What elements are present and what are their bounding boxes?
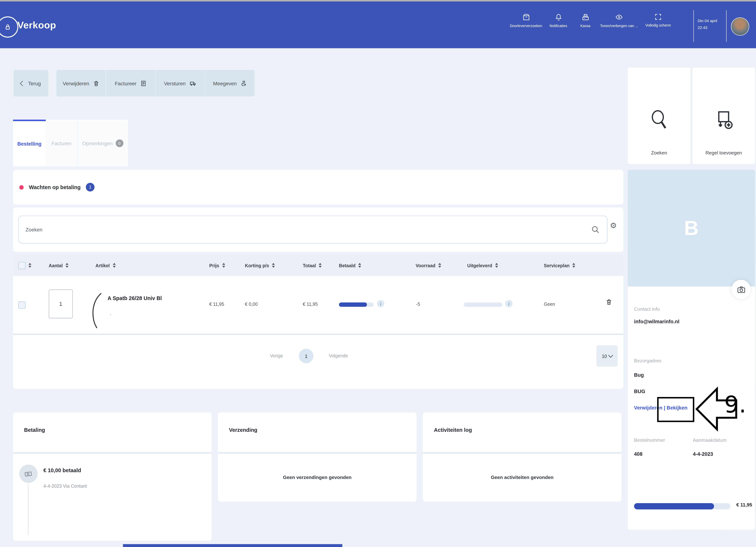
- header-nav: Doorleververzoeken Notificaties Kassa: [507, 13, 677, 28]
- activity-log-title: Activiteiten log: [434, 427, 472, 433]
- window-top-strip: [0, 0, 756, 1]
- fullscreen-icon: [654, 13, 662, 21]
- nav-doorleververzoeken[interactable]: Doorleververzoeken: [507, 13, 545, 28]
- invoice-icon: [140, 80, 147, 87]
- info-icon[interactable]: i: [377, 300, 384, 307]
- camera-icon: [737, 286, 745, 293]
- page-size-select[interactable]: 10: [596, 345, 618, 367]
- sort-icon: [28, 263, 31, 267]
- sort-icon: [66, 263, 69, 267]
- column-serviceplan[interactable]: Serviceplan: [544, 255, 575, 276]
- opmerkingen-count-badge: 0: [116, 139, 123, 147]
- package-icon: [522, 13, 530, 21]
- money-icon: [24, 470, 33, 478]
- order-number-value: 408: [634, 451, 643, 457]
- stock-value: -5: [416, 302, 420, 307]
- shipping-card-title: Verzending: [229, 427, 257, 433]
- product-image: [91, 292, 103, 329]
- sort-icon: [438, 263, 441, 267]
- address-delete-link[interactable]: Verwijderen: [634, 405, 662, 411]
- address-line-1: Bug: [634, 372, 644, 378]
- row-trash-icon[interactable]: [606, 298, 612, 306]
- nav-notificaties[interactable]: Notificaties: [545, 13, 572, 28]
- bell-icon: [554, 13, 562, 21]
- customer-initial: B: [684, 216, 699, 240]
- column-select-sort[interactable]: [28, 255, 31, 276]
- shipping-empty-message: Geen verzendingen gevonden: [218, 453, 417, 502]
- customer-panel: B Contact info info@wilmarinfo.nl Bezorg…: [628, 170, 755, 530]
- tab-bestelling[interactable]: Bestelling: [13, 120, 46, 166]
- sort-icon: [495, 263, 498, 267]
- column-voorraad[interactable]: Voorraad: [416, 255, 441, 276]
- payment-card: Betaling € 10,00 betaald 4-4-2023 Via Co…: [13, 413, 212, 541]
- product-name[interactable]: A Spatb 26/28 Univ Bl: [108, 295, 162, 301]
- invoice-button[interactable]: Factureer: [106, 70, 156, 97]
- sort-icon: [358, 263, 361, 267]
- search-action-card[interactable]: Zoeken: [628, 67, 690, 164]
- order-status-card: Wachten op betaling 1: [13, 170, 624, 204]
- sort-icon: [113, 263, 116, 267]
- created-date-value: 4-4-2023: [693, 451, 713, 457]
- chevron-down-icon: [608, 353, 613, 358]
- table-header-row: Aantal Artikel Prijs Korting p/s Totaal …: [13, 255, 624, 276]
- camera-button[interactable]: [731, 280, 751, 299]
- search-card: ⚙: [13, 207, 624, 252]
- status-label: Wachten op betaling: [29, 184, 81, 190]
- column-uitgeleverd[interactable]: Uitgeleverd: [467, 255, 498, 276]
- app-window: Verkoop Doorleververzoeken Notificaties: [0, 0, 756, 547]
- pagination-page-1[interactable]: 1: [299, 349, 314, 363]
- column-aantal[interactable]: Aantal: [49, 255, 68, 276]
- search-input[interactable]: [25, 216, 586, 242]
- send-button[interactable]: Versturen: [156, 70, 205, 97]
- column-korting[interactable]: Korting p/s: [245, 255, 275, 276]
- timeline-line: [28, 484, 29, 535]
- sort-icon: [319, 263, 322, 267]
- add-line-action-card[interactable]: Regel toevoegen: [692, 67, 755, 164]
- search-box: [18, 215, 607, 243]
- select-all-checkbox[interactable]: [18, 262, 25, 269]
- hand-icon: [241, 80, 247, 87]
- created-date-label: Aanmaakdatum: [693, 438, 727, 443]
- nav-tonen-verbergen[interactable]: Tonen/verbergen van ...: [599, 13, 639, 28]
- row-checkbox[interactable]: [18, 302, 25, 309]
- trash-icon: [93, 80, 99, 87]
- column-artikel[interactable]: Artikel: [95, 255, 116, 276]
- header-separator: [693, 10, 694, 42]
- eye-icon: [615, 13, 623, 21]
- user-avatar[interactable]: [731, 17, 749, 36]
- quantity-input[interactable]: [49, 290, 73, 318]
- annotation-step-number: 9.: [724, 391, 746, 418]
- order-number-label: Bestelnummer: [634, 438, 665, 443]
- status-count-badge: 1: [86, 183, 95, 191]
- address-view-link[interactable]: Bekijken: [667, 405, 687, 411]
- tab-facturen[interactable]: Facturen: [46, 120, 77, 166]
- cash-register-icon: [581, 13, 589, 21]
- info-icon[interactable]: i: [505, 300, 512, 307]
- column-betaald[interactable]: Betaald: [339, 255, 361, 276]
- datetime-display: Din 04 april 22:43: [698, 18, 726, 32]
- gear-icon[interactable]: ⚙: [610, 221, 617, 230]
- tab-opmerkingen[interactable]: Opmerkingen 0: [77, 120, 128, 166]
- column-totaal[interactable]: Totaal: [303, 255, 322, 276]
- toolbar-button-group: Verwijderen Factureer Versturen Meegeven: [56, 70, 255, 97]
- payment-step-circle: [19, 465, 38, 483]
- search-icon[interactable]: [591, 225, 600, 234]
- bottom-accent-bar: [123, 544, 342, 547]
- discount-value: € 0,00: [245, 302, 258, 307]
- nav-kassa[interactable]: Kassa: [572, 13, 599, 28]
- activity-log-card: Activiteiten log Geen activiteiten gevon…: [423, 413, 621, 502]
- payment-amount: € 10,00 betaald: [43, 467, 81, 473]
- truck-icon: [190, 80, 197, 87]
- column-prijs[interactable]: Prijs: [209, 255, 225, 276]
- back-button[interactable]: Terug: [13, 70, 48, 97]
- app-header: Verkoop Doorleververzoeken Notificaties: [0, 1, 756, 48]
- lock-icon[interactable]: [0, 16, 18, 38]
- delete-button[interactable]: Verwijderen: [56, 70, 106, 97]
- status-dot-icon: [19, 185, 24, 189]
- contact-info-label: Contact info: [634, 306, 660, 312]
- pagination-next[interactable]: Volgende: [329, 353, 348, 359]
- hand-over-button[interactable]: Meegeven: [205, 70, 255, 97]
- pagination-prev[interactable]: Vorige: [270, 353, 283, 359]
- delivery-address-label: Bezorgadres: [634, 358, 661, 363]
- nav-volledig-scherm[interactable]: Volledig scherm: [639, 13, 677, 28]
